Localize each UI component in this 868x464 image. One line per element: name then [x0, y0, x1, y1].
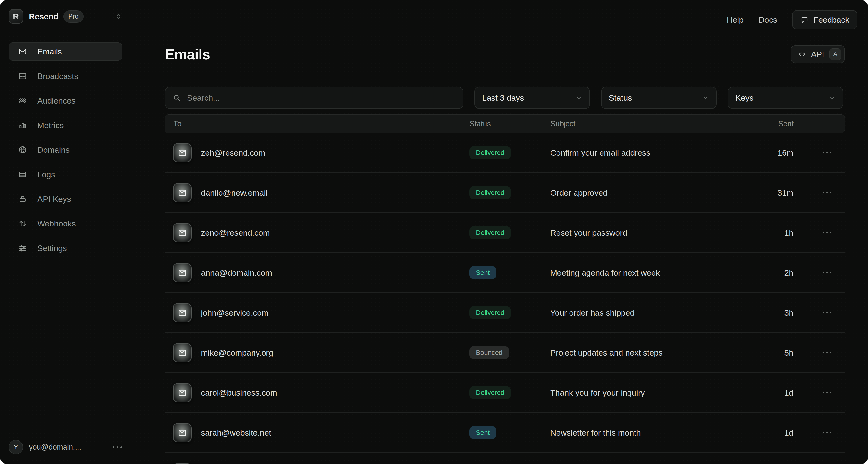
status-badge: Delivered: [469, 146, 511, 159]
chevron-up-down-icon[interactable]: [115, 13, 122, 20]
table-row[interactable]: danilo@new.email Delivered Order approve…: [165, 173, 845, 213]
help-link[interactable]: Help: [727, 15, 744, 25]
column-header-sent: Sent: [768, 119, 794, 128]
status-badge: Bounced: [469, 346, 509, 359]
sidebar: R Resend Pro Emails Broadcasts: [0, 0, 131, 464]
email-tile-icon: [173, 423, 192, 442]
recipient-email: john@service.com: [201, 308, 269, 318]
row-menu-icon[interactable]: [823, 392, 831, 394]
sidebar-item-label: Domains: [37, 145, 69, 155]
column-header-subject: Subject: [551, 119, 768, 128]
email-tile-icon: [173, 263, 192, 282]
search-box: [165, 87, 463, 109]
status-badge: Sent: [469, 266, 496, 279]
rows-icon: [18, 170, 27, 179]
sidebar-item-label: Emails: [37, 47, 62, 56]
sent-time: 1d: [768, 428, 794, 437]
date-range-dropdown[interactable]: Last 3 days: [474, 87, 590, 109]
sent-time: 3h: [768, 308, 794, 318]
email-subject: Confirm your email address: [550, 148, 768, 157]
sidebar-item-emails[interactable]: Emails: [9, 42, 122, 61]
table-row[interactable]: mike@company.org Bounced Project updates…: [165, 333, 845, 373]
email-tile-icon: [173, 383, 192, 402]
row-menu-icon[interactable]: [823, 272, 831, 273]
api-button-label: API: [811, 50, 824, 59]
sidebar-item-label: Webhooks: [37, 219, 76, 228]
plan-badge: Pro: [63, 10, 84, 23]
page-header: Emails API A: [165, 45, 845, 63]
row-menu-icon[interactable]: [823, 192, 831, 194]
resend-logo: R: [9, 9, 23, 24]
table-row[interactable]: Delivered: [165, 453, 845, 464]
code-icon: [798, 50, 806, 58]
avatar: Y: [9, 440, 23, 454]
email-tile-icon: [173, 223, 192, 242]
sidebar-item-label: Broadcasts: [37, 71, 78, 81]
sidebar-nav: Emails Broadcasts Audiences Metrics: [9, 42, 122, 264]
account-options-icon[interactable]: [113, 446, 122, 448]
row-menu-icon[interactable]: [823, 152, 831, 153]
sidebar-item-broadcasts[interactable]: Broadcasts: [9, 67, 122, 85]
chat-bubble-icon: [800, 16, 809, 24]
chevron-down-icon: [702, 94, 709, 101]
sidebar-item-logs[interactable]: Logs: [9, 165, 122, 183]
feedback-button[interactable]: Feedback: [792, 10, 858, 29]
sidebar-item-domains[interactable]: Domains: [9, 141, 122, 159]
workspace-switcher[interactable]: R Resend Pro: [9, 9, 122, 24]
email-subject: Meeting agenda for next week: [550, 268, 768, 278]
chevron-down-icon: [829, 94, 836, 101]
chevron-down-icon: [576, 94, 582, 101]
globe-icon: [18, 146, 27, 154]
table-row[interactable]: sarah@website.net Sent Newsletter for th…: [165, 413, 845, 453]
sent-time: 16m: [768, 148, 794, 157]
sidebar-item-metrics[interactable]: Metrics: [9, 116, 122, 135]
row-menu-icon[interactable]: [823, 232, 831, 233]
status-badge: Delivered: [469, 306, 511, 319]
recipient-email: zeno@resend.com: [201, 228, 270, 237]
sent-time: 5h: [768, 348, 794, 357]
table-row[interactable]: zeno@resend.com Delivered Reset your pas…: [165, 213, 845, 253]
app-window: R Resend Pro Emails Broadcasts: [0, 0, 868, 464]
arrows-up-down-icon: [18, 219, 27, 228]
row-menu-icon[interactable]: [823, 352, 831, 353]
sidebar-item-settings[interactable]: Settings: [9, 239, 122, 257]
recipient-email: carol@business.com: [201, 388, 277, 398]
top-bar: Help Docs Feedback: [131, 0, 868, 29]
sidebar-item-label: Logs: [37, 170, 55, 179]
table-row[interactable]: carol@business.com Delivered Thank you f…: [165, 373, 845, 413]
keyboard-shortcut-badge: A: [830, 49, 841, 60]
status-dropdown[interactable]: Status: [601, 87, 717, 109]
sidebar-item-audiences[interactable]: Audiences: [9, 91, 122, 110]
sent-time: 1h: [768, 228, 794, 237]
sidebar-item-api-keys[interactable]: API Keys: [9, 190, 122, 208]
users-icon: [18, 96, 27, 105]
sidebar-item-label: Audiences: [37, 96, 75, 106]
account-menu[interactable]: Y you@domain....: [9, 440, 122, 454]
date-range-value: Last 3 days: [482, 93, 524, 103]
sliders-icon: [18, 244, 27, 253]
table-row[interactable]: zeh@resend.com Delivered Confirm your em…: [165, 133, 845, 173]
api-button[interactable]: API A: [791, 45, 845, 63]
email-subject: Your order has shipped: [550, 308, 768, 318]
status-badge: Delivered: [469, 226, 511, 239]
keys-dropdown[interactable]: Keys: [728, 87, 843, 109]
docs-link[interactable]: Docs: [758, 15, 777, 25]
row-menu-icon[interactable]: [823, 312, 831, 313]
sidebar-item-label: API Keys: [37, 195, 71, 204]
recipient-email: zeh@resend.com: [201, 148, 265, 157]
email-subject: Order approved: [550, 188, 768, 198]
table-row[interactable]: john@service.com Delivered Your order ha…: [165, 293, 845, 333]
row-menu-icon[interactable]: [823, 432, 831, 433]
search-input[interactable]: [187, 93, 456, 103]
column-header-status: Status: [470, 119, 551, 128]
table-body: zeh@resend.com Delivered Confirm your em…: [165, 133, 845, 464]
recipient-email: anna@domain.com: [201, 268, 272, 278]
feedback-label: Feedback: [813, 15, 849, 25]
email-subject: Reset your password: [550, 228, 768, 237]
main-area: Help Docs Feedback Emails API A: [131, 0, 868, 464]
table-row[interactable]: anna@domain.com Sent Meeting agenda for …: [165, 253, 845, 293]
sidebar-item-webhooks[interactable]: Webhooks: [9, 214, 122, 233]
inbox-icon: [18, 72, 27, 81]
search-icon: [173, 94, 181, 102]
email-tile-icon: [173, 143, 192, 163]
